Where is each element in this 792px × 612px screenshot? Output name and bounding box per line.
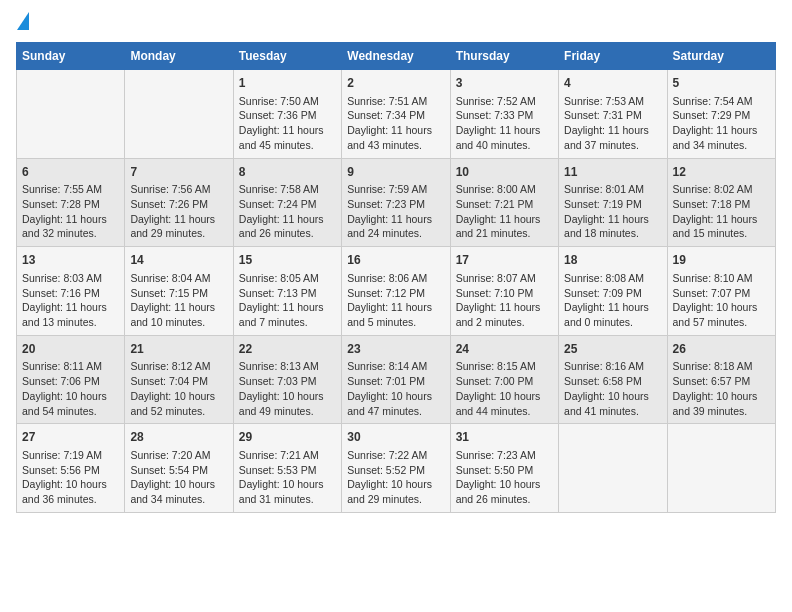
- calendar-cell: [17, 70, 125, 159]
- sunset-text: Sunset: 5:54 PM: [130, 463, 227, 478]
- day-number: 16: [347, 252, 444, 269]
- daylight-text: Daylight: 11 hours and 37 minutes.: [564, 123, 661, 152]
- week-row-4: 20Sunrise: 8:11 AMSunset: 7:06 PMDayligh…: [17, 335, 776, 424]
- calendar-cell: 23Sunrise: 8:14 AMSunset: 7:01 PMDayligh…: [342, 335, 450, 424]
- calendar-cell: 1Sunrise: 7:50 AMSunset: 7:36 PMDaylight…: [233, 70, 341, 159]
- calendar-cell: 22Sunrise: 8:13 AMSunset: 7:03 PMDayligh…: [233, 335, 341, 424]
- calendar-cell: [125, 70, 233, 159]
- sunrise-text: Sunrise: 7:21 AM: [239, 448, 336, 463]
- sunrise-text: Sunrise: 7:54 AM: [673, 94, 770, 109]
- daylight-text: Daylight: 11 hours and 18 minutes.: [564, 212, 661, 241]
- day-number: 2: [347, 75, 444, 92]
- sunrise-text: Sunrise: 7:59 AM: [347, 182, 444, 197]
- sunrise-text: Sunrise: 7:58 AM: [239, 182, 336, 197]
- daylight-text: Daylight: 10 hours and 34 minutes.: [130, 477, 227, 506]
- calendar-cell: 15Sunrise: 8:05 AMSunset: 7:13 PMDayligh…: [233, 247, 341, 336]
- daylight-text: Daylight: 10 hours and 39 minutes.: [673, 389, 770, 418]
- sunset-text: Sunset: 7:29 PM: [673, 108, 770, 123]
- calendar-cell: 17Sunrise: 8:07 AMSunset: 7:10 PMDayligh…: [450, 247, 558, 336]
- sunrise-text: Sunrise: 8:02 AM: [673, 182, 770, 197]
- sunrise-text: Sunrise: 8:01 AM: [564, 182, 661, 197]
- daylight-text: Daylight: 11 hours and 32 minutes.: [22, 212, 119, 241]
- day-number: 26: [673, 341, 770, 358]
- sunrise-text: Sunrise: 8:04 AM: [130, 271, 227, 286]
- sunrise-text: Sunrise: 8:14 AM: [347, 359, 444, 374]
- daylight-text: Daylight: 11 hours and 45 minutes.: [239, 123, 336, 152]
- day-header-wednesday: Wednesday: [342, 43, 450, 70]
- calendar-cell: [559, 424, 667, 513]
- daylight-text: Daylight: 11 hours and 21 minutes.: [456, 212, 553, 241]
- sunrise-text: Sunrise: 8:15 AM: [456, 359, 553, 374]
- sunrise-text: Sunrise: 8:07 AM: [456, 271, 553, 286]
- sunset-text: Sunset: 5:50 PM: [456, 463, 553, 478]
- calendar-cell: 13Sunrise: 8:03 AMSunset: 7:16 PMDayligh…: [17, 247, 125, 336]
- sunset-text: Sunset: 7:15 PM: [130, 286, 227, 301]
- logo: [16, 16, 29, 30]
- calendar-cell: 10Sunrise: 8:00 AMSunset: 7:21 PMDayligh…: [450, 158, 558, 247]
- sunrise-text: Sunrise: 8:13 AM: [239, 359, 336, 374]
- daylight-text: Daylight: 11 hours and 7 minutes.: [239, 300, 336, 329]
- sunrise-text: Sunrise: 8:03 AM: [22, 271, 119, 286]
- sunrise-text: Sunrise: 8:11 AM: [22, 359, 119, 374]
- day-number: 11: [564, 164, 661, 181]
- daylight-text: Daylight: 11 hours and 24 minutes.: [347, 212, 444, 241]
- sunrise-text: Sunrise: 8:06 AM: [347, 271, 444, 286]
- daylight-text: Daylight: 10 hours and 54 minutes.: [22, 389, 119, 418]
- daylight-text: Daylight: 10 hours and 57 minutes.: [673, 300, 770, 329]
- day-number: 22: [239, 341, 336, 358]
- sunrise-text: Sunrise: 8:00 AM: [456, 182, 553, 197]
- daylight-text: Daylight: 11 hours and 2 minutes.: [456, 300, 553, 329]
- daylight-text: Daylight: 11 hours and 26 minutes.: [239, 212, 336, 241]
- calendar-cell: 9Sunrise: 7:59 AMSunset: 7:23 PMDaylight…: [342, 158, 450, 247]
- day-number: 13: [22, 252, 119, 269]
- day-number: 30: [347, 429, 444, 446]
- day-number: 20: [22, 341, 119, 358]
- sunset-text: Sunset: 7:13 PM: [239, 286, 336, 301]
- day-number: 31: [456, 429, 553, 446]
- calendar-cell: 8Sunrise: 7:58 AMSunset: 7:24 PMDaylight…: [233, 158, 341, 247]
- sunrise-text: Sunrise: 8:18 AM: [673, 359, 770, 374]
- sunset-text: Sunset: 7:24 PM: [239, 197, 336, 212]
- daylight-text: Daylight: 10 hours and 36 minutes.: [22, 477, 119, 506]
- sunset-text: Sunset: 6:58 PM: [564, 374, 661, 389]
- daylight-text: Daylight: 11 hours and 10 minutes.: [130, 300, 227, 329]
- day-header-sunday: Sunday: [17, 43, 125, 70]
- sunset-text: Sunset: 7:34 PM: [347, 108, 444, 123]
- sunset-text: Sunset: 5:52 PM: [347, 463, 444, 478]
- sunset-text: Sunset: 7:03 PM: [239, 374, 336, 389]
- sunset-text: Sunset: 7:10 PM: [456, 286, 553, 301]
- calendar-header: SundayMondayTuesdayWednesdayThursdayFrid…: [17, 43, 776, 70]
- calendar-cell: 12Sunrise: 8:02 AMSunset: 7:18 PMDayligh…: [667, 158, 775, 247]
- calendar-body: 1Sunrise: 7:50 AMSunset: 7:36 PMDaylight…: [17, 70, 776, 513]
- day-number: 28: [130, 429, 227, 446]
- sunset-text: Sunset: 7:12 PM: [347, 286, 444, 301]
- daylight-text: Daylight: 10 hours and 47 minutes.: [347, 389, 444, 418]
- sunset-text: Sunset: 7:09 PM: [564, 286, 661, 301]
- daylight-text: Daylight: 11 hours and 0 minutes.: [564, 300, 661, 329]
- day-number: 1: [239, 75, 336, 92]
- calendar-cell: 11Sunrise: 8:01 AMSunset: 7:19 PMDayligh…: [559, 158, 667, 247]
- calendar-cell: 14Sunrise: 8:04 AMSunset: 7:15 PMDayligh…: [125, 247, 233, 336]
- sunset-text: Sunset: 7:07 PM: [673, 286, 770, 301]
- daylight-text: Daylight: 10 hours and 41 minutes.: [564, 389, 661, 418]
- day-number: 29: [239, 429, 336, 446]
- calendar-cell: 4Sunrise: 7:53 AMSunset: 7:31 PMDaylight…: [559, 70, 667, 159]
- sunrise-text: Sunrise: 7:51 AM: [347, 94, 444, 109]
- calendar-cell: 25Sunrise: 8:16 AMSunset: 6:58 PMDayligh…: [559, 335, 667, 424]
- sunrise-text: Sunrise: 8:16 AM: [564, 359, 661, 374]
- daylight-text: Daylight: 11 hours and 13 minutes.: [22, 300, 119, 329]
- sunset-text: Sunset: 7:33 PM: [456, 108, 553, 123]
- day-number: 19: [673, 252, 770, 269]
- calendar-cell: 30Sunrise: 7:22 AMSunset: 5:52 PMDayligh…: [342, 424, 450, 513]
- sunset-text: Sunset: 7:26 PM: [130, 197, 227, 212]
- sunrise-text: Sunrise: 7:20 AM: [130, 448, 227, 463]
- sunset-text: Sunset: 7:16 PM: [22, 286, 119, 301]
- sunrise-text: Sunrise: 7:56 AM: [130, 182, 227, 197]
- day-number: 27: [22, 429, 119, 446]
- day-number: 23: [347, 341, 444, 358]
- sunrise-text: Sunrise: 7:52 AM: [456, 94, 553, 109]
- sunrise-text: Sunrise: 7:53 AM: [564, 94, 661, 109]
- daylight-text: Daylight: 10 hours and 29 minutes.: [347, 477, 444, 506]
- calendar-cell: 28Sunrise: 7:20 AMSunset: 5:54 PMDayligh…: [125, 424, 233, 513]
- sunset-text: Sunset: 5:53 PM: [239, 463, 336, 478]
